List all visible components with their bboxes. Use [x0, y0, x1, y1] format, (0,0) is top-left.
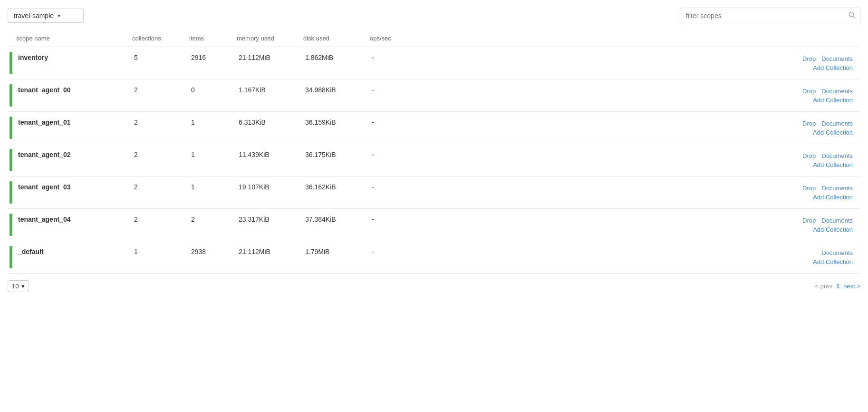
actions-cell: DropDocumentsAdd Collection: [414, 47, 860, 79]
items-cell: 2: [185, 209, 233, 241]
documents-link[interactable]: Documents: [821, 185, 853, 192]
table-row: inventory5291621.112MiB1.862MiB-DropDocu…: [8, 47, 860, 79]
add-collection-link[interactable]: Add Collection: [813, 194, 853, 201]
top-bar: travel-sample ▾: [8, 8, 860, 23]
memory-used-cell: 6.313KiB: [233, 112, 299, 144]
documents-link[interactable]: Documents: [821, 55, 853, 62]
col-header-scope: scope name: [12, 31, 126, 47]
documents-link[interactable]: Documents: [821, 120, 853, 127]
collections-cell: 1: [128, 241, 185, 273]
ops-per-sec-cell: -: [366, 144, 414, 176]
actions-cell: DropDocumentsAdd Collection: [414, 79, 860, 111]
drop-link[interactable]: Drop: [802, 152, 816, 159]
prev-page-link[interactable]: < prev: [815, 283, 832, 290]
collections-cell: 2: [128, 112, 185, 144]
actions-cell: DropDocumentsAdd Collection: [414, 144, 860, 176]
items-cell: 2938: [185, 241, 233, 273]
current-page[interactable]: 1: [836, 283, 839, 290]
actions-cell: DocumentsAdd Collection: [414, 241, 860, 273]
collections-cell: 2: [128, 79, 185, 111]
disk-used-cell: 1.862MiB: [299, 47, 366, 79]
scope-name-cell: tenant_agent_03: [14, 177, 128, 208]
collections-cell: 5: [128, 47, 185, 79]
disk-used-cell: 36.175KiB: [299, 144, 366, 176]
ops-per-sec-cell: -: [366, 241, 414, 273]
drop-link[interactable]: Drop: [802, 88, 816, 95]
col-header-collections: collections: [126, 31, 183, 47]
page-size-value: 10: [12, 283, 19, 290]
ops-per-sec-cell: -: [366, 177, 414, 208]
scope-indicator-bar: [10, 117, 12, 139]
items-cell: 1: [185, 112, 233, 144]
items-cell: 2916: [185, 47, 233, 79]
page-size-arrow: ▾: [21, 283, 25, 290]
ops-per-sec-cell: -: [366, 209, 414, 241]
collections-cell: 2: [128, 209, 185, 241]
documents-link[interactable]: Documents: [821, 249, 853, 256]
bucket-select[interactable]: travel-sample ▾: [8, 9, 84, 23]
memory-used-cell: 21.112MiB: [233, 241, 299, 273]
scope-name-cell: inventory: [14, 47, 128, 79]
col-header-ops: ops/sec: [364, 31, 412, 47]
table-row: tenant_agent_042223.317KiB37.384KiB-Drop…: [8, 209, 860, 241]
table-header: scope name collections items memory used…: [8, 31, 860, 47]
scope-name-cell: tenant_agent_04: [14, 209, 128, 241]
drop-link[interactable]: Drop: [802, 120, 816, 127]
col-header-items: items: [183, 31, 231, 47]
search-icon: [844, 8, 860, 23]
col-header-memory: memory used: [231, 31, 298, 47]
items-cell: 1: [185, 144, 233, 176]
filter-scopes-input[interactable]: [680, 9, 844, 23]
ops-per-sec-cell: -: [366, 112, 414, 144]
scope-indicator-bar: [10, 84, 12, 107]
scope-indicator-bar: [10, 149, 12, 171]
scope-indicator-bar: [10, 181, 12, 204]
drop-link[interactable]: Drop: [802, 217, 816, 224]
memory-used-cell: 1.167KiB: [233, 79, 299, 111]
scope-indicator-bar: [10, 214, 12, 236]
next-page-link[interactable]: next >: [843, 283, 860, 290]
pagination: < prev 1 next >: [815, 283, 860, 290]
add-collection-link[interactable]: Add Collection: [813, 226, 853, 233]
documents-link[interactable]: Documents: [821, 88, 853, 95]
ops-per-sec-cell: -: [366, 47, 414, 79]
table-row: tenant_agent_01216.313KiB36.159KiB-DropD…: [8, 112, 860, 144]
scopes-table: scope name collections items memory used…: [8, 31, 860, 274]
disk-used-cell: 36.162KiB: [299, 177, 366, 208]
memory-used-cell: 11.439KiB: [233, 144, 299, 176]
items-cell: 0: [185, 79, 233, 111]
drop-link[interactable]: Drop: [802, 185, 816, 192]
scope-indicator-bar: [10, 246, 12, 268]
table-row: tenant_agent_00201.167KiB34.988KiB-DropD…: [8, 79, 860, 112]
table-row: tenant_agent_032119.107KiB36.162KiB-Drop…: [8, 177, 860, 209]
documents-link[interactable]: Documents: [821, 152, 853, 159]
bottom-bar: 10 ▾ < prev 1 next >: [8, 280, 860, 292]
actions-cell: DropDocumentsAdd Collection: [414, 112, 860, 144]
table-row: tenant_agent_022111.439KiB36.175KiB-Drop…: [8, 144, 860, 177]
add-collection-link[interactable]: Add Collection: [813, 161, 853, 168]
add-collection-link[interactable]: Add Collection: [813, 97, 853, 104]
scope-name-cell: _default: [14, 241, 128, 273]
add-collection-link[interactable]: Add Collection: [813, 64, 853, 71]
actions-cell: DropDocumentsAdd Collection: [414, 209, 860, 241]
bucket-label: travel-sample: [14, 12, 54, 20]
disk-used-cell: 1.79MiB: [299, 241, 366, 273]
ops-per-sec-cell: -: [366, 79, 414, 111]
col-header-disk: disk used: [298, 31, 364, 47]
collections-cell: 2: [128, 177, 185, 208]
page-size-select[interactable]: 10 ▾: [8, 280, 29, 292]
disk-used-cell: 37.384KiB: [299, 209, 366, 241]
scope-indicator-bar: [10, 52, 12, 74]
collections-cell: 2: [128, 144, 185, 176]
bucket-select-arrow: ▾: [58, 12, 60, 19]
scope-name-cell: tenant_agent_02: [14, 144, 128, 176]
memory-used-cell: 19.107KiB: [233, 177, 299, 208]
filter-container: [680, 8, 860, 23]
add-collection-link[interactable]: Add Collection: [813, 258, 853, 265]
drop-link[interactable]: Drop: [802, 55, 816, 62]
table-row: _default1293821.112MiB1.79MiB-DocumentsA…: [8, 241, 860, 274]
disk-used-cell: 34.988KiB: [299, 79, 366, 111]
documents-link[interactable]: Documents: [821, 217, 853, 224]
scope-name-cell: tenant_agent_01: [14, 112, 128, 144]
add-collection-link[interactable]: Add Collection: [813, 129, 853, 136]
